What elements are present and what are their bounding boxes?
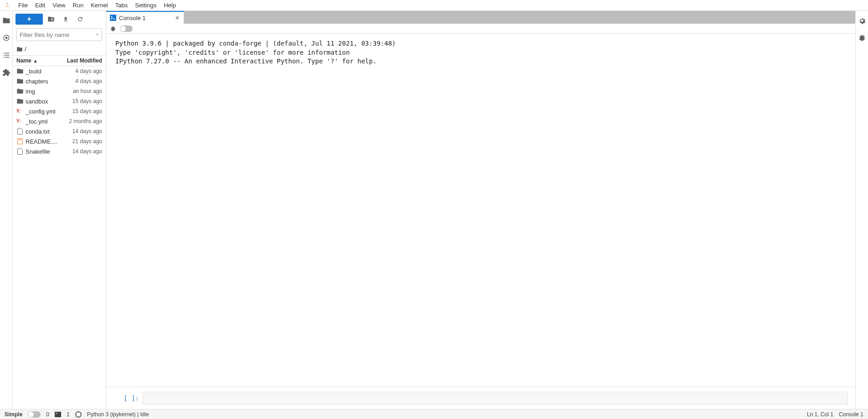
console-icon [110, 15, 116, 21]
file-row[interactable]: README....21 days ago [13, 136, 106, 146]
console-toolbar [106, 24, 855, 34]
simple-mode-label: Simple [5, 411, 22, 418]
breadcrumb-path: / [25, 46, 26, 52]
kernel-status-icon [75, 411, 82, 418]
activity-bar [0, 11, 13, 409]
status-bar: Simple 0 1 Python 3 (ipykernel) | Idle L… [0, 409, 868, 419]
file-modified: 15 days ago [72, 98, 102, 104]
column-modified-label: Last Modified [67, 57, 102, 64]
menu-run[interactable]: Run [69, 0, 87, 10]
bug-icon[interactable] [110, 26, 116, 32]
file-row[interactable]: imgan hour ago [13, 86, 106, 96]
file-name: conda.txt [26, 128, 72, 135]
file-name: sandbox [26, 98, 72, 105]
menu-file[interactable]: File [15, 0, 31, 10]
folder-icon[interactable] [2, 16, 10, 25]
svg-rect-5 [110, 15, 116, 21]
file-row[interactable]: Y:_toc.yml2 months ago [13, 116, 106, 126]
file-modified: 2 months ago [69, 118, 102, 124]
file-filter[interactable] [16, 28, 102, 41]
right-sidebar [855, 11, 868, 409]
file-row[interactable]: sandbox15 days ago [13, 96, 106, 106]
svg-rect-2 [5, 37, 7, 39]
file-modified: 14 days ago [72, 148, 102, 155]
file-row[interactable]: _build4 days ago [13, 66, 106, 76]
menu-edit[interactable]: Edit [31, 0, 49, 10]
refresh-button[interactable] [74, 14, 87, 25]
menu-help[interactable]: Help [160, 0, 180, 10]
running-icon[interactable] [2, 34, 10, 42]
tab-bar: Console 1 [106, 11, 855, 24]
file-modified: 4 days ago [75, 68, 102, 74]
file-modified: an hour ago [73, 88, 102, 94]
file-modified: 4 days ago [75, 78, 102, 84]
console-input-area: [ ]: [106, 387, 855, 409]
file-modified: 14 days ago [72, 128, 102, 134]
console-input[interactable] [143, 392, 848, 404]
close-icon[interactable] [175, 15, 180, 21]
kernel-status[interactable]: Python 3 (ipykernel) | Idle [87, 411, 149, 418]
file-row[interactable]: conda.txt14 days ago [13, 126, 106, 136]
main-content: Console 1 Python 3.9.6 | packaged by con… [106, 11, 855, 409]
new-folder-button[interactable] [45, 14, 57, 25]
file-modified: 15 days ago [72, 108, 102, 114]
tab-label: Console 1 [119, 15, 172, 21]
breadcrumb[interactable]: / [13, 44, 106, 56]
terminals-count[interactable]: 0 [46, 411, 49, 418]
file-name: README.... [26, 138, 72, 145]
upload-button[interactable] [59, 14, 72, 25]
file-name: Snakefile [26, 148, 72, 155]
property-inspector-icon[interactable] [858, 16, 866, 25]
debugger-icon[interactable] [858, 34, 866, 42]
new-launcher-button[interactable]: + [16, 14, 43, 25]
console-prompt: [ ]: [114, 394, 139, 402]
menu-settings[interactable]: Settings [131, 0, 160, 10]
file-filter-input[interactable] [20, 31, 96, 38]
file-browser-toolbar: + [13, 11, 106, 27]
svg-rect-3 [18, 139, 23, 144]
file-row[interactable]: Snakefile14 days ago [13, 146, 106, 156]
file-browser-panel: + / Name ▲ Last Modified _build4 days ag… [13, 11, 106, 409]
console-output: Python 3.9.6 | packaged by conda-forge |… [106, 34, 855, 387]
menu-tabs[interactable]: Tabs [112, 0, 131, 10]
file-row[interactable]: Y:_config.yml15 days ago [13, 106, 106, 116]
file-row[interactable]: chapters4 days ago [13, 76, 106, 86]
simple-mode-toggle[interactable] [28, 411, 41, 418]
column-name-label: Name [16, 57, 31, 64]
file-name: _toc.yml [26, 118, 69, 125]
tab-console[interactable]: Console 1 [106, 11, 184, 24]
extensions-icon[interactable] [2, 68, 10, 77]
menu-kernel[interactable]: Kernel [87, 0, 112, 10]
svg-rect-4 [19, 140, 22, 140]
debug-toggle[interactable] [120, 26, 133, 32]
toc-icon[interactable] [2, 51, 10, 59]
kernels-count[interactable]: 1 [67, 411, 70, 418]
svg-point-0 [7, 3, 8, 4]
menubar: File Edit View Run Kernel Tabs Settings … [0, 0, 868, 11]
file-list-header[interactable]: Name ▲ Last Modified [13, 56, 106, 66]
menu-view[interactable]: View [49, 0, 69, 10]
file-name: _build [26, 68, 75, 75]
terminal-icon [55, 412, 61, 417]
file-list: _build4 days agochapters4 days agoimgan … [13, 66, 106, 409]
file-modified: 21 days ago [72, 138, 102, 145]
file-name: chapters [26, 78, 75, 85]
folder-icon [16, 46, 23, 52]
active-doc: Console 1 [839, 411, 863, 418]
file-name: img [26, 88, 73, 95]
sort-asc-icon: ▲ [33, 58, 38, 63]
file-name: _config.yml [26, 108, 72, 115]
search-icon [96, 31, 99, 38]
cursor-position: Ln 1, Col 1 [807, 411, 833, 418]
jupyter-logo-icon [4, 2, 11, 9]
